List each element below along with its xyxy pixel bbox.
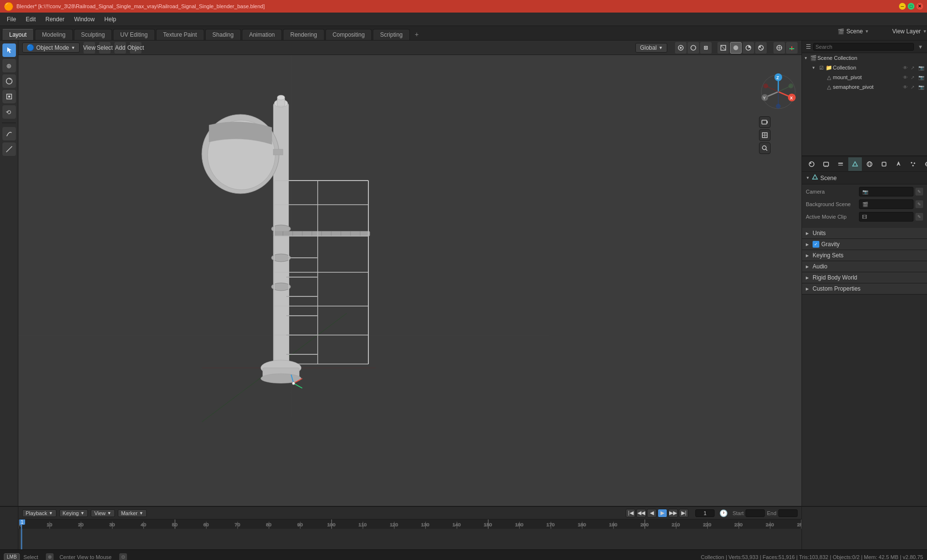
grid-overlay-btn[interactable] <box>759 129 771 141</box>
camera-field[interactable]: 📷 <box>859 187 913 196</box>
rigid-body-world-header[interactable]: ▶ Rigid Body World <box>802 272 927 283</box>
sem-vis-render[interactable]: 📷 <box>918 84 925 90</box>
outliner-search-input[interactable] <box>813 43 914 51</box>
gizmo-toggle[interactable] <box>786 42 798 54</box>
current-frame-input[interactable]: 1 <box>695 509 715 517</box>
timeline-ruler-area[interactable]: 0 10 20 30 40 <box>18 519 801 549</box>
props-tab-world[interactable] <box>863 157 876 171</box>
snap-btn[interactable] <box>675 42 687 54</box>
maximize-button[interactable]: □ <box>908 3 914 10</box>
outliner-row-semaphore-pivot[interactable]: ▶ △ semaphore_pivot 👁 ↗ 📷 <box>802 82 927 92</box>
view-layer-selector[interactable]: View Layer ▼ <box>892 28 927 35</box>
movie-clip-field[interactable]: 🎞 <box>859 212 913 222</box>
prev-keyframe-btn[interactable]: ◀◀ <box>636 509 646 518</box>
outliner-filter-icon[interactable]: ▼ <box>918 44 923 50</box>
outliner-row-collection[interactable]: ▼ ☑ 📁 Collection 👁 ↗ 📷 <box>802 63 927 72</box>
tab-layout[interactable]: Layout <box>2 29 34 40</box>
minimize-button[interactable]: ─ <box>899 3 906 10</box>
gravity-checkbox[interactable]: ✓ <box>813 241 819 248</box>
camera-eyedropper[interactable]: ✎ <box>915 188 923 196</box>
movie-clip-eyedropper[interactable]: ✎ <box>915 213 923 221</box>
tool-annotate[interactable] <box>2 127 16 140</box>
tab-rendering[interactable]: Rendering <box>283 29 324 40</box>
lpe-shade-btn[interactable] <box>743 42 754 54</box>
transform-space-dropdown[interactable]: Global ▼ <box>635 43 667 53</box>
play-reverse-btn[interactable]: ◀ <box>647 509 657 518</box>
collection-vis-hide[interactable]: 👁 <box>903 65 910 70</box>
tab-uv-editing[interactable]: UV Editing <box>113 29 155 40</box>
sem-vis-cursor[interactable]: ↗ <box>911 84 917 90</box>
props-tab-modifier[interactable] <box>892 157 905 171</box>
add-menu-btn[interactable]: Add <box>114 42 126 54</box>
menu-render[interactable]: Render <box>41 15 69 24</box>
tab-modeling[interactable]: Modeling <box>35 29 73 40</box>
props-tab-physics[interactable] <box>921 157 927 171</box>
close-button[interactable]: ✕ <box>916 3 923 10</box>
mount-vis-cursor[interactable]: ↗ <box>911 75 917 80</box>
bg-scene-eyedropper[interactable]: ✎ <box>915 200 923 208</box>
props-tab-output[interactable] <box>819 157 833 171</box>
zoom-camera-btn[interactable] <box>759 116 771 128</box>
bg-scene-field[interactable]: 🎬 <box>859 199 913 209</box>
custom-properties-header[interactable]: ▶ Custom Properties <box>802 283 927 294</box>
units-section-header[interactable]: ▶ Units <box>802 228 927 238</box>
marker-btn[interactable]: Marker ▼ <box>118 509 147 517</box>
playback-btn[interactable]: Playback ▼ <box>22 509 56 517</box>
tab-scripting[interactable]: Scripting <box>373 29 410 40</box>
gravity-section-header[interactable]: ▶ ✓ Gravity <box>802 239 927 250</box>
menu-file[interactable]: File <box>2 15 21 24</box>
keying-btn[interactable]: Keying ▼ <box>59 509 88 517</box>
collection-vis-cursor[interactable]: ↗ <box>911 65 917 70</box>
search-btn[interactable] <box>759 142 771 154</box>
object-menu-btn[interactable]: Object <box>130 42 141 54</box>
tab-texture-paint[interactable]: Texture Paint <box>156 29 204 40</box>
tool-rotate[interactable] <box>2 74 16 88</box>
orientation-gizmo[interactable]: X Y Z <box>759 72 798 111</box>
proportional-edit-btn[interactable] <box>688 42 699 54</box>
audio-section-header[interactable]: ▶ Audio <box>802 261 927 272</box>
wire-shade-btn[interactable] <box>717 42 729 54</box>
select-menu-btn[interactable]: Select <box>99 42 111 54</box>
object-mode-dropdown[interactable]: 🔵 Object Mode ▼ <box>22 42 80 53</box>
menu-window[interactable]: Window <box>69 15 99 24</box>
menu-edit[interactable]: Edit <box>21 15 41 24</box>
tab-compositing[interactable]: Compositing <box>325 29 372 40</box>
keying-sets-header[interactable]: ▶ Keying Sets <box>802 250 927 261</box>
mount-vis-render[interactable]: 📷 <box>918 75 925 80</box>
outliner-row-mount-pivot[interactable]: ▶ △ mount_pivot 👁 ↗ 📷 <box>802 72 927 82</box>
play-btn[interactable]: ▶ <box>658 509 667 518</box>
tool-cursor[interactable] <box>2 43 16 57</box>
end-frame-input[interactable]: 250 <box>778 509 798 517</box>
mount-vis-hide[interactable]: 👁 <box>903 75 910 80</box>
collection-vis-render[interactable]: 📷 <box>918 65 925 70</box>
props-tab-view-layer[interactable] <box>834 157 847 171</box>
outliner-row-scene-collection[interactable]: ▼ 🎬 Scene Collection <box>802 53 927 63</box>
next-keyframe-btn[interactable]: ▶▶ <box>668 509 678 518</box>
tab-shading[interactable]: Shading <box>205 29 241 40</box>
tool-measure[interactable] <box>2 142 16 156</box>
solid-shade-btn[interactable] <box>730 42 742 54</box>
pivot-point-btn[interactable] <box>700 42 712 54</box>
tool-transform[interactable]: ⟲ <box>2 105 16 119</box>
viewport-3d[interactable]: 🔵 Object Mode ▼ View Select Add Object G… <box>18 41 801 506</box>
tool-scale[interactable] <box>2 90 16 103</box>
render-shade-btn[interactable] <box>755 42 767 54</box>
sem-vis-hide[interactable]: 👁 <box>903 84 910 90</box>
jump-to-start-btn[interactable]: |◀ <box>626 509 635 518</box>
collection-checkbox[interactable]: ☑ <box>817 65 825 70</box>
props-tab-particles[interactable] <box>906 157 920 171</box>
scene-selector[interactable]: 🎬 Scene ▼ <box>838 28 869 35</box>
menu-help[interactable]: Help <box>99 15 121 24</box>
props-tab-object[interactable] <box>877 157 891 171</box>
add-workspace-button[interactable]: + <box>411 28 422 40</box>
props-tab-scene[interactable] <box>848 157 862 171</box>
view-menu-btn[interactable]: View <box>84 42 95 54</box>
props-tab-render[interactable] <box>805 157 818 171</box>
start-frame-input[interactable]: 1 <box>745 509 765 517</box>
jump-to-end-btn[interactable]: ▶| <box>679 509 688 518</box>
tab-animation[interactable]: Animation <box>242 29 282 40</box>
tab-sculpting[interactable]: Sculpting <box>74 29 112 40</box>
view-btn[interactable]: View ▼ <box>91 509 115 517</box>
tool-move[interactable]: ⊕ <box>2 59 16 72</box>
canvas-3d[interactable]: X Y Z <box>18 55 801 506</box>
